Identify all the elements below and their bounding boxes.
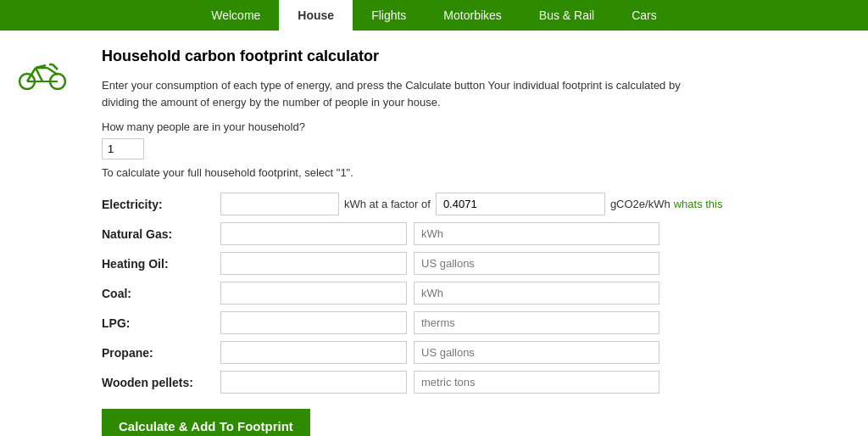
wooden-pellets-label: Wooden pellets: — [102, 376, 220, 389]
natural-gas-input[interactable] — [220, 222, 407, 245]
coal-label: Coal: — [102, 287, 220, 300]
propane-label: Propane: — [102, 346, 220, 360]
propane-row: Propane: — [102, 341, 851, 364]
natural-gas-row: Natural Gas: — [102, 222, 851, 245]
main-nav: Welcome House Flights Motorbikes Bus & R… — [0, 0, 868, 31]
nav-flights[interactable]: Flights — [353, 0, 425, 31]
heating-oil-input[interactable] — [220, 252, 407, 275]
full-footprint-note: To calculate your full household footpri… — [102, 166, 851, 179]
wooden-pellets-input[interactable] — [220, 371, 407, 394]
lpg-unit — [414, 311, 659, 334]
calculate-button[interactable]: Calculate & Add To Footprint — [102, 409, 310, 436]
page-title: Household carbon footprint calculator — [102, 48, 851, 65]
main-content: Household carbon footprint calculator En… — [85, 48, 868, 436]
heating-oil-unit — [414, 252, 659, 275]
household-input[interactable] — [102, 138, 144, 159]
whats-this-link[interactable]: whats this — [674, 198, 723, 210]
lpg-input[interactable] — [220, 311, 407, 334]
heating-oil-label: Heating Oil: — [102, 257, 220, 271]
coal-row: Coal: — [102, 282, 851, 305]
lpg-row: LPG: — [102, 311, 851, 334]
nav-bus-rail[interactable]: Bus & Rail — [520, 0, 613, 31]
nav-cars[interactable]: Cars — [613, 0, 676, 31]
electricity-factor-input[interactable] — [436, 193, 605, 215]
propane-unit — [414, 341, 659, 364]
wooden-pellets-unit — [414, 371, 659, 394]
wooden-pellets-row: Wooden pellets: — [102, 371, 851, 394]
electricity-row: Electricity: kWh at a factor of gCO2e/kW… — [102, 193, 851, 215]
svg-line-8 — [53, 64, 58, 70]
nav-welcome[interactable]: Welcome — [192, 0, 279, 31]
sidebar — [17, 48, 85, 436]
electricity-unit: gCO2e/kWh — [610, 198, 670, 210]
lpg-label: LPG: — [102, 316, 220, 330]
nav-motorbikes[interactable]: Motorbikes — [425, 0, 520, 31]
motorcycle-icon — [17, 56, 85, 95]
svg-line-5 — [36, 68, 42, 81]
natural-gas-label: Natural Gas: — [102, 227, 220, 241]
household-question: How many people are in your household? — [102, 120, 851, 133]
electricity-input[interactable] — [220, 193, 339, 215]
coal-unit — [414, 282, 659, 305]
coal-input[interactable] — [220, 282, 407, 305]
nav-house[interactable]: House — [279, 0, 353, 31]
electricity-middle-text: kWh at a factor of — [344, 198, 431, 210]
propane-input[interactable] — [220, 341, 407, 364]
description-text: Enter your consumption of each type of e… — [102, 77, 695, 110]
heating-oil-row: Heating Oil: — [102, 252, 851, 275]
natural-gas-unit — [414, 222, 659, 245]
electricity-label: Electricity: — [102, 198, 220, 211]
